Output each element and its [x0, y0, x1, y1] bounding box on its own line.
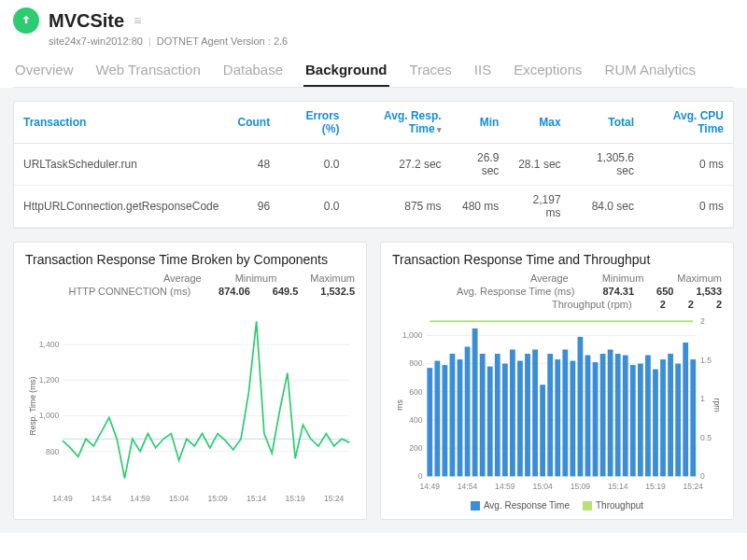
svg-text:1,400: 1,400: [39, 340, 60, 349]
svg-rect-56: [585, 356, 591, 477]
svg-text:ms: ms: [395, 399, 404, 410]
svg-rect-44: [495, 354, 500, 476]
svg-rect-52: [555, 359, 560, 476]
svg-text:400: 400: [409, 415, 423, 425]
transactions-table: TransactionCountErrors (%)Avg. Resp. Tim…: [13, 101, 734, 229]
svg-text:800: 800: [409, 358, 423, 368]
svg-text:0: 0: [700, 471, 705, 481]
svg-rect-58: [600, 354, 606, 476]
svg-text:200: 200: [409, 443, 423, 453]
tab-overview[interactable]: Overview: [13, 56, 76, 87]
tab-rum-analytics[interactable]: RUM Analytics: [603, 56, 698, 87]
svg-text:800: 800: [46, 447, 60, 456]
page-title: MVCSite: [49, 10, 124, 32]
tab-iis[interactable]: IIS: [472, 56, 493, 87]
chart-response-time-components: Transaction Response Time Broken by Comp…: [13, 242, 367, 520]
col-header[interactable]: Min: [451, 102, 509, 144]
svg-text:600: 600: [409, 387, 423, 397]
svg-rect-51: [547, 354, 553, 476]
svg-rect-53: [562, 350, 568, 477]
svg-text:1,200: 1,200: [39, 375, 60, 385]
svg-rect-48: [525, 354, 530, 476]
svg-rect-37: [442, 365, 447, 476]
svg-text:14:54: 14:54: [92, 494, 112, 503]
tab-web-transaction[interactable]: Web Transaction: [94, 56, 203, 87]
svg-rect-36: [434, 361, 440, 477]
svg-rect-35: [427, 368, 432, 476]
upload-button[interactable]: [13, 7, 39, 34]
sort-caret-icon: ▾: [437, 125, 442, 134]
tab-exceptions[interactable]: Exceptions: [512, 56, 584, 87]
svg-text:14:54: 14:54: [458, 482, 478, 491]
svg-rect-42: [480, 354, 486, 476]
svg-text:15:14: 15:14: [247, 494, 267, 503]
svg-rect-63: [638, 364, 643, 477]
table-row[interactable]: URLTaskScheduler.run480.027.2 sec26.9 se…: [14, 144, 733, 186]
svg-text:15:19: 15:19: [285, 494, 305, 503]
svg-rect-62: [630, 365, 636, 476]
svg-text:14:49: 14:49: [420, 482, 441, 491]
svg-text:rpm: rpm: [712, 399, 722, 413]
col-header[interactable]: Max: [508, 102, 570, 144]
svg-text:15:09: 15:09: [207, 494, 228, 503]
svg-rect-68: [675, 364, 681, 477]
col-header[interactable]: Count: [228, 102, 279, 144]
svg-rect-38: [450, 354, 456, 476]
svg-text:1,000: 1,000: [402, 330, 423, 340]
svg-text:0: 0: [418, 471, 423, 481]
col-header[interactable]: Avg. Resp. Time▾: [349, 102, 451, 144]
svg-rect-41: [472, 329, 478, 476]
tab-database[interactable]: Database: [221, 56, 285, 87]
svg-text:14:49: 14:49: [52, 494, 73, 503]
svg-rect-67: [668, 354, 673, 476]
chart-response-time-throughput: Transaction Response Time and Throughput…: [380, 242, 734, 520]
svg-rect-69: [683, 343, 688, 476]
svg-text:15:19: 15:19: [645, 482, 666, 491]
upload-arrow-icon: [20, 14, 33, 27]
svg-text:1.5: 1.5: [700, 356, 712, 365]
col-header[interactable]: Total: [571, 102, 643, 144]
svg-rect-66: [660, 359, 666, 476]
svg-rect-46: [510, 350, 515, 477]
tab-background[interactable]: Background: [303, 56, 389, 87]
table-row[interactable]: HttpURLConnection.getResponseCode960.087…: [14, 186, 733, 228]
subtitle: site24x7-win2012:80|DOTNET Agent Version…: [49, 35, 734, 47]
svg-rect-49: [532, 350, 538, 477]
svg-rect-50: [540, 385, 545, 476]
svg-text:15:04: 15:04: [532, 482, 553, 491]
svg-text:14:59: 14:59: [130, 494, 150, 503]
svg-text:15:24: 15:24: [684, 482, 704, 491]
svg-text:15:04: 15:04: [169, 494, 190, 503]
svg-rect-65: [653, 370, 658, 477]
svg-text:0.5: 0.5: [700, 433, 712, 442]
col-header[interactable]: Transaction: [14, 102, 228, 144]
svg-text:2: 2: [700, 316, 705, 326]
svg-rect-45: [502, 364, 508, 477]
svg-rect-54: [570, 361, 575, 477]
menu-icon[interactable]: ≡: [134, 13, 141, 28]
svg-rect-70: [690, 359, 696, 476]
svg-text:1: 1: [700, 394, 705, 403]
svg-rect-55: [578, 337, 584, 476]
svg-text:Resp. Time (ms): Resp. Time (ms): [28, 376, 37, 435]
svg-text:14:59: 14:59: [495, 482, 515, 491]
svg-rect-43: [487, 367, 493, 477]
svg-text:1,000: 1,000: [39, 411, 60, 420]
svg-rect-47: [517, 361, 523, 477]
svg-text:15:24: 15:24: [324, 494, 345, 503]
svg-rect-60: [615, 354, 621, 476]
svg-rect-57: [593, 362, 599, 476]
col-header[interactable]: Errors (%): [279, 102, 348, 144]
col-header[interactable]: Avg. CPU Time: [643, 102, 733, 144]
tab-traces[interactable]: Traces: [408, 56, 454, 87]
svg-text:15:14: 15:14: [608, 482, 628, 491]
svg-rect-61: [623, 356, 628, 477]
svg-rect-39: [458, 359, 463, 476]
svg-rect-64: [645, 356, 651, 477]
svg-rect-59: [608, 350, 613, 477]
svg-rect-40: [465, 346, 471, 476]
svg-text:15:09: 15:09: [571, 482, 591, 491]
